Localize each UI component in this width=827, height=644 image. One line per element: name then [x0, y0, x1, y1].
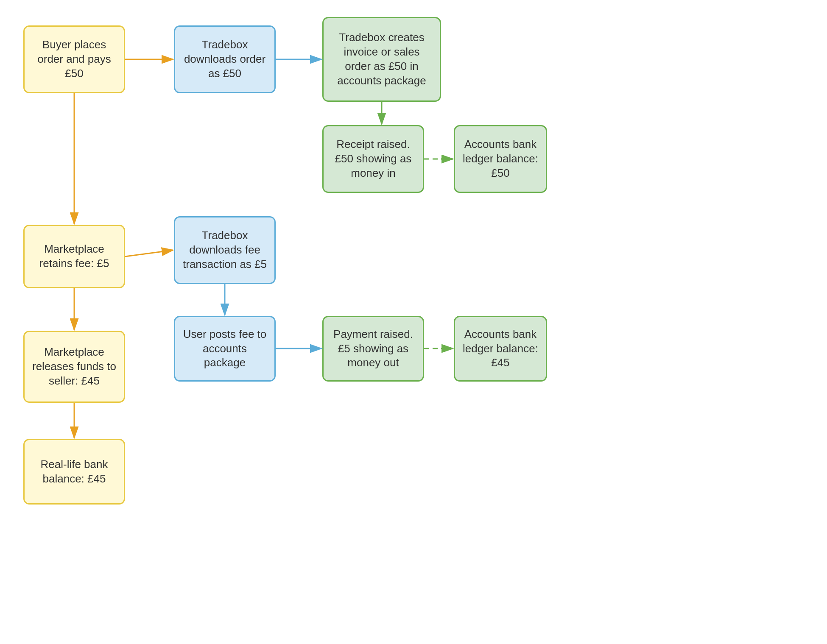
accounts-bank-50-node: Accounts bank ledger balance: £50 — [454, 125, 547, 193]
tradebox-downloads-fee-node: Tradebox downloads fee transaction as £5 — [174, 216, 276, 284]
buyer-order-node: Buyer places order and pays £50 — [23, 25, 125, 93]
arrow-marketplace-to-tradebox-fee — [125, 250, 173, 256]
user-posts-fee-node: User posts fee to accounts package — [174, 316, 276, 382]
tradebox-downloads-order-node: Tradebox downloads order as £50 — [174, 25, 276, 93]
diagram: Buyer places order and pays £50 Tradebox… — [0, 0, 827, 644]
receipt-raised-node: Receipt raised. £50 showing as money in — [322, 125, 424, 193]
tradebox-creates-invoice-node: Tradebox creates invoice or sales order … — [322, 17, 441, 102]
marketplace-releases-node: Marketplace releases funds to seller: £4… — [23, 331, 125, 403]
real-life-bank-node: Real-life bank balance: £45 — [23, 439, 125, 505]
marketplace-retains-node: Marketplace retains fee: £5 — [23, 225, 125, 288]
accounts-bank-45-node: Accounts bank ledger balance: £45 — [454, 316, 547, 382]
payment-raised-node: Payment raised. £5 showing as money out — [322, 316, 424, 382]
